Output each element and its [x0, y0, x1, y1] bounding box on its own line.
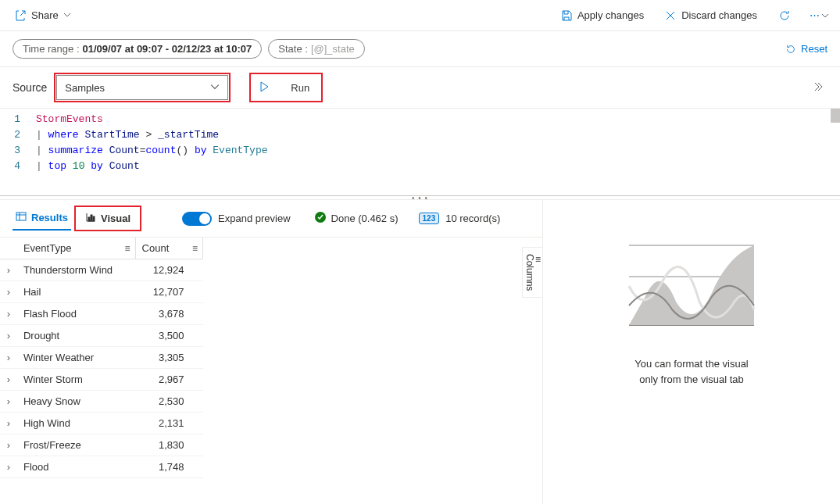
editor-scrollbar[interactable] — [831, 109, 840, 123]
cell-eventtype: Flash Flood — [17, 303, 135, 325]
table-row[interactable]: ›Drought3,500 — [0, 325, 203, 347]
expand-preview-label: Expand preview — [218, 213, 291, 224]
cell-eventtype: Frost/Freeze — [17, 434, 135, 456]
cell-count: 1,748 — [135, 456, 202, 478]
top-toolbar: Share Apply changes Discard changes ⋯ — [0, 0, 840, 31]
results-table-wrap: EventType≡ Count≡ ›Thunderstorm Wind12,9… — [0, 238, 542, 504]
columns-panel-toggle[interactable]: Columns — [522, 247, 542, 298]
source-row: Source Samples Run — [0, 67, 840, 108]
cell-eventtype: Thunderstorm Wind — [17, 259, 135, 281]
expand-row-icon[interactable]: › — [0, 325, 17, 347]
cell-count: 3,678 — [135, 303, 202, 325]
cell-count: 12,707 — [135, 281, 202, 303]
tab-visual[interactable]: Visual — [77, 209, 138, 228]
apply-changes-button[interactable]: Apply changes — [556, 6, 649, 25]
checkmark-icon — [314, 211, 327, 226]
svg-rect-2 — [91, 215, 92, 221]
svg-rect-3 — [93, 216, 95, 221]
expand-row-icon[interactable]: › — [0, 347, 17, 369]
table-row[interactable]: ›Frost/Freeze1,830 — [0, 434, 203, 456]
record-count-badge-icon: 123 — [419, 213, 440, 224]
cell-count: 2,131 — [135, 413, 202, 434]
chevron-down-icon — [63, 9, 71, 21]
results-table: EventType≡ Count≡ ›Thunderstorm Wind12,9… — [0, 238, 203, 478]
cell-count: 12,924 — [135, 259, 202, 281]
table-row[interactable]: ›Winter Weather3,305 — [0, 347, 203, 369]
cell-eventtype: Drought — [17, 325, 135, 347]
chevron-down-icon — [210, 82, 220, 94]
table-row[interactable]: ›Heavy Snow2,530 — [0, 391, 203, 413]
table-row[interactable]: ›Winter Storm2,967 — [0, 369, 203, 391]
cell-count: 3,305 — [135, 347, 202, 369]
discard-changes-button[interactable]: Discard changes — [659, 6, 762, 25]
cell-eventtype: High Wind — [17, 413, 135, 434]
play-icon — [259, 81, 269, 95]
svg-rect-0 — [16, 213, 26, 220]
source-label: Source — [13, 81, 47, 94]
discard-label: Discard changes — [681, 9, 757, 21]
table-row[interactable]: ›Flash Flood3,678 — [0, 303, 203, 325]
chart-placeholder-icon — [621, 231, 762, 333]
filter-chips-row: Time range : 01/09/07 at 09:07 - 02/12/2… — [0, 31, 840, 67]
column-header-eventtype[interactable]: EventType≡ — [17, 238, 135, 259]
table-row[interactable]: ›Hail12,707 — [0, 281, 203, 303]
record-count-text: 10 record(s) — [445, 213, 500, 224]
expand-panel-button[interactable] — [812, 81, 827, 95]
editor-content[interactable]: StormEvents | where StartTime > _startTi… — [31, 109, 840, 195]
cell-eventtype: Hail — [17, 281, 135, 303]
cell-count: 1,830 — [135, 434, 202, 456]
expand-row-icon[interactable]: › — [0, 456, 17, 478]
expand-row-icon[interactable]: › — [0, 391, 17, 413]
share-icon — [14, 9, 27, 22]
state-chip[interactable]: State : [@]_state — [268, 39, 364, 59]
save-icon — [560, 9, 573, 22]
state-value: [@]_state — [311, 43, 355, 55]
reset-button[interactable]: Reset — [785, 43, 827, 55]
refresh-button[interactable] — [773, 4, 796, 27]
table-row[interactable]: ›Thunderstorm Wind12,924 — [0, 259, 203, 281]
column-menu-icon[interactable]: ≡ — [125, 243, 130, 254]
cell-count: 3,500 — [135, 325, 202, 347]
expand-row-icon[interactable]: › — [0, 281, 17, 303]
cell-eventtype: Winter Storm — [17, 369, 135, 391]
timerange-label: Time range : — [23, 43, 80, 55]
visual-format-pane: You can format the visual only from the … — [543, 200, 840, 504]
chart-icon — [85, 212, 96, 225]
reset-icon — [785, 44, 796, 55]
tab-visual-label: Visual — [101, 213, 130, 224]
reset-label: Reset — [801, 43, 827, 55]
tab-results[interactable]: Results — [13, 206, 71, 231]
timerange-value: 01/09/07 at 09:07 - 02/12/23 at 10:07 — [83, 43, 252, 55]
visual-hint-text: You can format the visual only from the … — [634, 356, 749, 387]
table-icon — [16, 211, 27, 224]
expand-row-icon[interactable]: › — [0, 413, 17, 434]
expand-row-icon[interactable]: › — [0, 303, 17, 325]
status-text: Done (0.462 s) — [331, 213, 399, 224]
cell-eventtype: Heavy Snow — [17, 391, 135, 413]
more-menu-button[interactable]: ⋯ — [807, 4, 831, 27]
run-label: Run — [291, 82, 309, 94]
source-select[interactable]: Samples — [56, 75, 228, 100]
source-selected-value: Samples — [65, 82, 105, 94]
query-status: Done (0.462 s) — [314, 211, 399, 226]
expand-preview-toggle[interactable] — [182, 212, 212, 226]
column-menu-icon[interactable]: ≡ — [192, 243, 198, 254]
expand-row-icon[interactable]: › — [0, 434, 17, 456]
ellipsis-icon: ⋯ — [810, 9, 820, 21]
timerange-chip[interactable]: Time range : 01/09/07 at 09:07 - 02/12/2… — [13, 39, 262, 59]
editor-gutter: 1 2 3 4 — [0, 109, 31, 195]
tab-results-label: Results — [31, 212, 68, 223]
expand-row-icon[interactable]: › — [0, 369, 17, 391]
query-editor[interactable]: 1 2 3 4 StormEvents | where StartTime > … — [0, 108, 840, 195]
cell-count: 2,967 — [135, 369, 202, 391]
run-button[interactable]: Run — [252, 75, 320, 100]
apply-label: Apply changes — [577, 9, 644, 21]
cell-eventtype: Flood — [17, 456, 135, 478]
close-icon — [664, 9, 677, 22]
cell-count: 2,530 — [135, 391, 202, 413]
share-button[interactable]: Share — [9, 6, 76, 25]
expand-row-icon[interactable]: › — [0, 259, 17, 281]
table-row[interactable]: ›High Wind2,131 — [0, 413, 203, 434]
column-header-count[interactable]: Count≡ — [135, 238, 202, 259]
table-row[interactable]: ›Flood1,748 — [0, 456, 203, 478]
